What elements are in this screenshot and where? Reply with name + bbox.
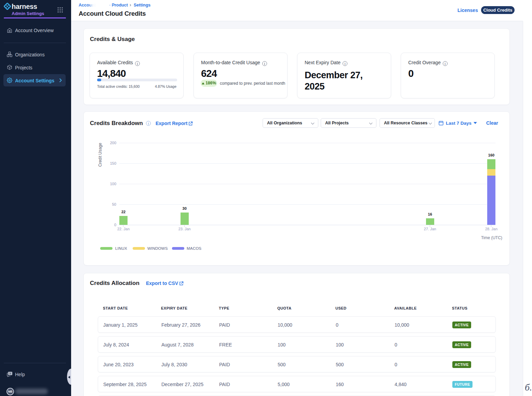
svg-text:?: ? xyxy=(9,372,11,375)
